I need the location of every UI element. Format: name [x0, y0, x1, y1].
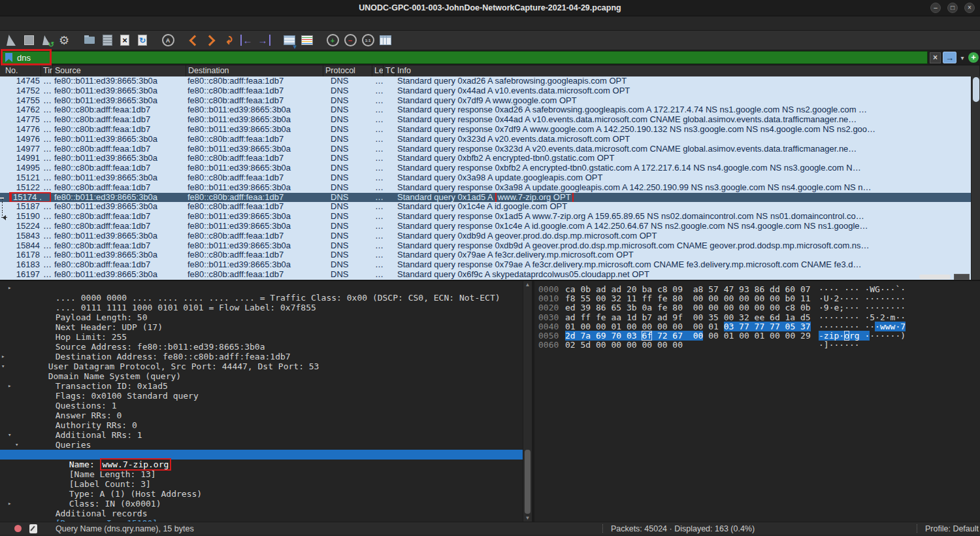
packet-row[interactable]: 15844 … fe80::c80b:adff:feaa:1db7 fe80::… [0, 241, 980, 251]
packet-row[interactable]: 15121 … fe80::b011:ed39:8665:3b0a fe80::… [0, 173, 980, 183]
detail-line[interactable]: Payload Length: 50 [0, 303, 523, 312]
detail-line[interactable]: ▸Additional records [0, 499, 523, 509]
filter-clear-icon[interactable]: × [930, 52, 941, 63]
minimize-button[interactable]: – [930, 3, 941, 13]
packet-row[interactable]: 16178 … fe80::b011:ed39:8665:3b0a fe80::… [0, 250, 980, 260]
column-info[interactable]: Info [395, 65, 980, 76]
column-no[interactable]: No. [0, 65, 41, 76]
column-time[interactable]: Tin [41, 65, 53, 76]
detail-line[interactable]: [Label Count: 3] [0, 469, 523, 479]
maximize-button[interactable]: □ [947, 3, 958, 13]
expand-arrow-icon[interactable]: ▾ [1, 361, 5, 371]
detail-line[interactable]: ▾Queries [0, 430, 523, 440]
menu-item[interactable] [4, 22, 14, 25]
expand-arrow-icon[interactable]: ▸ [1, 352, 5, 361]
packet-row[interactable]: 14976 … fe80::b011:ed39:8665:3b0a fe80::… [0, 135, 980, 144]
auto-scroll-icon[interactable] [281, 32, 298, 49]
packet-list-hscrollbar-thumb[interactable] [919, 275, 951, 279]
capture-options-icon[interactable] [56, 32, 73, 49]
detail-line[interactable]: ▸.... 0000 0000 .... .... .... .... ....… [0, 283, 523, 293]
menu-item[interactable] [77, 22, 88, 25]
packet-row[interactable]: 14775 … fe80::c80b:adff:feaa:1db7 fe80::… [0, 115, 980, 125]
capture-comment-icon[interactable] [29, 524, 37, 533]
detail-line[interactable]: .... 0111 1111 1000 0101 0101 = Flow Lab… [0, 293, 523, 303]
packet-row[interactable]: 15190 … fe80::c80b:adff:feaa:1db7 fe80::… [0, 212, 980, 222]
column-destination[interactable]: Destination [186, 65, 323, 76]
packet-row[interactable]: 14776 … fe80::c80b:adff:feaa:1db7 fe80::… [0, 125, 980, 135]
column-length[interactable]: Lei [372, 65, 384, 76]
packet-row[interactable]: 14745 … fe80::b011:ed39:8665:3b0a fe80::… [0, 76, 980, 86]
expert-info-icon[interactable] [14, 525, 22, 532]
open-file-icon[interactable] [81, 32, 98, 49]
packet-list-vscrollbar[interactable] [971, 76, 980, 280]
detail-line[interactable]: Class: IN (0x0001) [0, 489, 523, 499]
expand-arrow-icon[interactable]: ▸ [8, 499, 11, 509]
details-scrollbar-thumb[interactable] [525, 450, 531, 514]
hex-row[interactable]: 0030ad ff fe aa 1d b7 ad 9f 00 35 00 32 … [538, 313, 980, 322]
scroll-down-icon[interactable]: ▼ [523, 515, 532, 521]
detail-line[interactable]: ▸Flags: 0x0100 Standard query [0, 381, 523, 391]
display-filter-input[interactable]: dns [1, 51, 928, 64]
close-file-icon[interactable] [116, 32, 133, 49]
detail-line[interactable]: Next Header: UDP (17) [0, 312, 523, 322]
packet-row[interactable]: 15843 … fe80::b011:ed39:8665:3b0a fe80::… [0, 231, 980, 241]
packet-row[interactable]: 15174 … fe80::b011:ed39:8665:3b0a fe80::… [0, 193, 980, 203]
detail-line[interactable]: [Response In: 15190] [0, 509, 523, 518]
packet-row[interactable]: 14755 … fe80::b011:ed39:8665:3b0a fe80::… [0, 96, 980, 106]
menu-item[interactable] [14, 22, 25, 25]
vscrollbar-thumb[interactable] [973, 77, 979, 102]
detail-line[interactable]: Questions: 1 [0, 391, 523, 401]
details-vscrollbar[interactable]: ▲ ▼ [523, 281, 532, 522]
column-protocol[interactable]: Protocol [323, 65, 372, 76]
hex-row[interactable]: 004001 00 00 01 00 00 00 00 00 01 03 77 … [538, 322, 980, 331]
hex-row[interactable]: 0000ca 0b ad ad 20 ba c8 09 a8 57 47 93 … [538, 285, 980, 294]
packet-row[interactable]: 16183 … fe80::c80b:adff:feaa:1db7 fe80::… [0, 260, 980, 270]
find-packet-icon[interactable] [159, 32, 176, 49]
menu-item[interactable] [46, 22, 56, 25]
capture-restart-icon[interactable] [38, 32, 55, 49]
detail-line[interactable]: ▸User Datagram Protocol, Src Port: 44447… [0, 352, 523, 361]
expand-arrow-icon[interactable]: ▾ [15, 440, 18, 450]
menu-item[interactable] [108, 22, 119, 25]
go-last-packet-icon[interactable] [255, 32, 272, 49]
expand-arrow-icon[interactable]: ▾ [8, 430, 11, 440]
filter-apply-icon[interactable]: → [943, 52, 956, 63]
detail-line[interactable]: ▾Domain Name System (query) [0, 361, 523, 371]
detail-line[interactable]: [Name Length: 13] [0, 460, 523, 469]
detail-line[interactable]: Authority RRs: 0 [0, 410, 523, 420]
detail-line[interactable]: Answer RRs: 0 [0, 401, 523, 410]
packet-row[interactable]: 15224 … fe80::c80b:adff:feaa:1db7 fe80::… [0, 222, 980, 231]
packet-row[interactable]: 16197 … fe80::b011:ed39:8665:3b0a fe80::… [0, 270, 980, 280]
filter-dropdown-icon[interactable]: ▾ [958, 54, 966, 61]
packet-row[interactable]: 14995 … fe80::c80b:adff:feaa:1db7 fe80::… [0, 163, 980, 173]
scroll-up-icon[interactable]: ▲ [523, 282, 532, 288]
menu-item[interactable] [98, 22, 108, 25]
detail-line[interactable]: Transaction ID: 0x1ad5 [0, 371, 523, 381]
detail-line[interactable]: Hop Limit: 255 [0, 322, 523, 332]
packet-row[interactable]: 14977 … fe80::c80b:adff:feaa:1db7 fe80::… [0, 144, 980, 154]
packet-row[interactable]: 14991 … fe80::b011:ed39:8665:3b0a fe80::… [0, 154, 980, 163]
hex-row[interactable]: 0010f8 55 00 32 11 ff fe 80 00 00 00 00 … [538, 294, 980, 303]
detail-line[interactable]: Source Address: fe80::b011:ed39:8665:3b0… [0, 332, 523, 342]
capture-stop-icon[interactable] [20, 32, 37, 49]
colorize-icon[interactable] [299, 32, 316, 49]
expand-arrow-icon[interactable]: ▸ [8, 381, 11, 391]
hex-row[interactable]: 00502d 7a 69 70 03 6f 72 67 00 00 01 00 … [538, 331, 980, 341]
detail-line[interactable]: Destination Address: fe80::c80b:adff:fea… [0, 342, 523, 352]
go-back-icon[interactable] [185, 32, 202, 49]
close-button[interactable]: × [964, 3, 975, 13]
hex-row[interactable]: 006002 5d 00 00 00 00 00 00·]······ [538, 341, 980, 350]
go-first-packet-icon[interactable] [238, 32, 255, 49]
menu-item[interactable] [56, 22, 67, 25]
column-source[interactable]: Source [53, 65, 186, 76]
hex-row[interactable]: 0020ed 39 86 65 3b 0a fe 80 00 00 00 00 … [538, 303, 980, 312]
packet-row[interactable]: 14762 … fe80::c80b:adff:feaa:1db7 fe80::… [0, 105, 980, 115]
detail-line[interactable]: Additional RRs: 1 [0, 420, 523, 430]
zoom-100-icon[interactable] [359, 32, 376, 49]
expand-arrow-icon[interactable]: ▸ [8, 283, 11, 293]
packet-row[interactable]: 14752 … fe80::b011:ed39:8665:3b0a fe80::… [0, 86, 980, 96]
zoom-in-icon[interactable] [324, 32, 341, 49]
menu-item[interactable] [35, 22, 46, 25]
detail-line[interactable]: ▾www.7-zip.org: type A, class IN [0, 440, 523, 450]
go-forward-icon[interactable] [203, 32, 220, 49]
